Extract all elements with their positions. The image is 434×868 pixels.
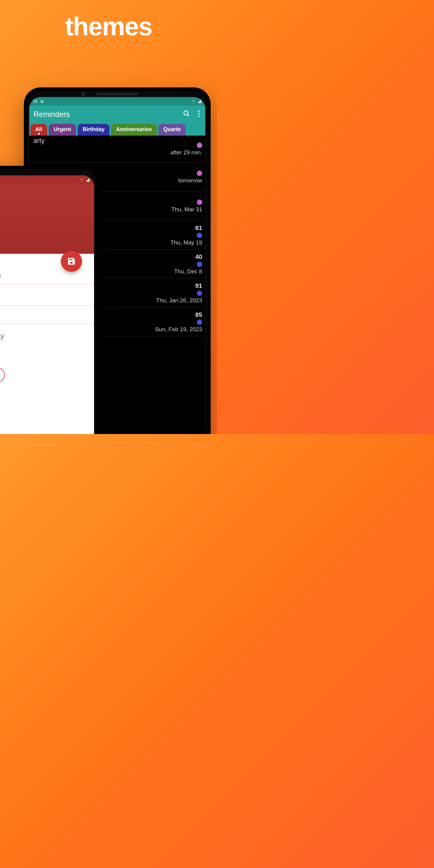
item-date: Sun, Feb 19, 2023: [155, 326, 202, 333]
item-badge: 61: [195, 224, 202, 231]
detail-header: ends: [0, 184, 94, 254]
category-dot-icon: [197, 143, 202, 148]
svg-point-0: [184, 111, 188, 115]
status-bar: 15: [29, 97, 205, 105]
app-title: Reminders: [33, 110, 70, 119]
svg-line-1: [187, 115, 189, 116]
tab-all[interactable]: All: [30, 124, 47, 135]
item-date: tomorrow: [179, 177, 202, 184]
category-dot-icon: [197, 233, 202, 238]
wifi-icon: [80, 178, 84, 182]
item-date: after 29 min.: [170, 149, 202, 156]
time-unit-selector: utes Hours Day: [0, 324, 94, 347]
item-date: Thu, Dec 8: [174, 268, 202, 275]
tab-birthday[interactable]: Birthday: [78, 124, 110, 135]
gear-icon: [40, 99, 44, 103]
item-date: Thu, Mar 31: [172, 206, 202, 213]
svg-point-4: [198, 116, 199, 117]
save-icon: [67, 257, 76, 266]
category-dot-icon: [197, 199, 202, 205]
tab-anniversaries[interactable]: Anniversaries: [111, 124, 157, 135]
signal-icon: [86, 178, 90, 182]
svg-point-2: [198, 111, 199, 112]
status-time: 15: [33, 99, 38, 104]
list-item[interactable]: arty after 29 min.: [29, 135, 205, 163]
number-picker[interactable]: 25 30 35 40: [0, 347, 94, 366]
signal-icon: [197, 99, 202, 103]
item-date: Thu, Jan 26, 2023: [156, 297, 202, 304]
input-row[interactable]: [0, 284, 94, 306]
category-dot-icon: [197, 319, 202, 325]
category-dot-icon: [197, 290, 202, 296]
item-date: Thu, May 19: [170, 239, 202, 246]
tab-quarter[interactable]: Quarte: [158, 124, 186, 135]
search-icon[interactable]: [183, 110, 190, 119]
item-badge: 91: [195, 282, 202, 289]
wifi-icon: [191, 99, 195, 103]
phone-notch: [96, 93, 138, 95]
tab-urgent[interactable]: Urgent: [49, 124, 76, 135]
app-bar: Reminders: [29, 105, 205, 123]
save-button[interactable]: [61, 251, 82, 272]
category-tabs: All Urgent Birthday Anniversaries Quarte: [29, 123, 205, 135]
chip-anniversaries[interactable]: Anniversa: [0, 270, 1, 279]
item-badge: 85: [195, 311, 202, 318]
phone-camera: [81, 92, 85, 96]
phone-mockup-light: ends Birthday Anniversa utes Hours Day 2…: [0, 166, 99, 434]
days-of-week-button[interactable]: Days of the week.: [0, 367, 5, 382]
screen-light: ends Birthday Anniversa utes Hours Day 2…: [0, 176, 94, 434]
status-bar: [0, 176, 94, 184]
category-dot-icon: [197, 170, 202, 176]
more-icon[interactable]: [198, 110, 200, 118]
page-headline: themes: [0, 0, 217, 41]
category-dot-icon: [197, 261, 202, 267]
unit-days[interactable]: Day: [0, 330, 4, 343]
svg-point-3: [198, 113, 199, 114]
item-badge: 40: [195, 253, 202, 260]
